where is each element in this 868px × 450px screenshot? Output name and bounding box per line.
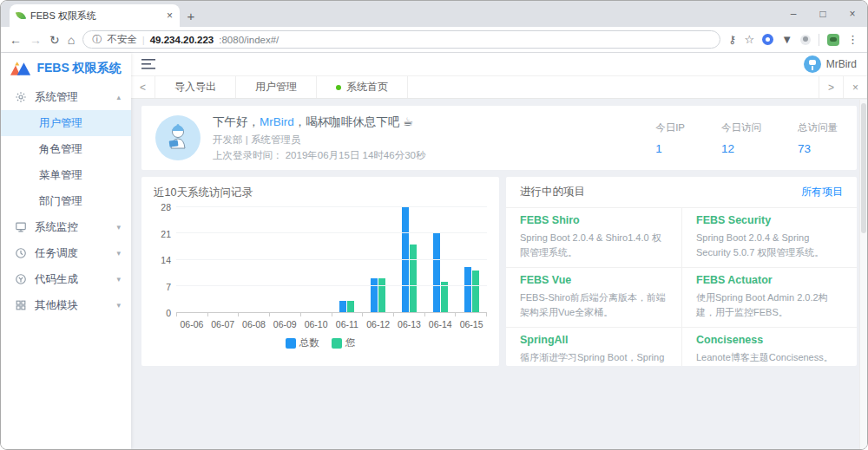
page-scrollbar[interactable] [859, 100, 867, 449]
project-name-link[interactable]: FEBS Actuator [696, 274, 843, 286]
chart-category-slot [239, 207, 270, 312]
tabs-next-button[interactable]: > [819, 76, 843, 98]
tab-system-home[interactable]: 系统首页 [317, 76, 408, 98]
bookmark-star-icon[interactable]: ☆ [744, 33, 754, 46]
info-icon[interactable]: ⓘ [92, 33, 102, 46]
chart-tickrow [176, 313, 487, 316]
chart-bar-您 [347, 301, 354, 312]
forward-icon[interactable]: → [30, 33, 42, 47]
greeting-username: MrBird [260, 115, 294, 128]
project-name-link[interactable]: FEBS Shiro [520, 214, 667, 226]
tab-user-management[interactable]: 用户管理 [236, 76, 317, 98]
stats-row: 今日IP 1 今日访问 12 总访问量 73 [655, 121, 838, 155]
app-logo-text: FEBS 权限系统 [36, 61, 121, 76]
browser-tabstrip: FEBS 权限系统 × + – □ × [1, 1, 867, 27]
extension-frog-icon[interactable] [827, 34, 839, 46]
stat-today-visits: 今日访问 12 [721, 121, 761, 155]
sidebar-item-code-generate[interactable]: 代码生成 ▾ [1, 266, 131, 292]
tabs-close-button[interactable]: × [843, 76, 867, 98]
tab-close-icon[interactable]: × [167, 10, 173, 22]
sidebar-item-system-management[interactable]: 系统管理 ▴ [1, 84, 131, 110]
chevron-down-icon: ▾ [116, 249, 121, 258]
all-projects-link[interactable]: 所有项目 [801, 185, 843, 199]
browser-tab[interactable]: FEBS 权限系统 × [10, 4, 180, 27]
stat-value: 1 [655, 142, 685, 155]
browser-menu-icon[interactable]: ⋮ [847, 33, 858, 46]
browser-tab-title: FEBS 权限系统 [30, 10, 161, 23]
chart-xaxis: 06-0606-0706-0806-0906-1006-1106-1206-13… [176, 319, 487, 329]
sidebar-item-user-management[interactable]: 用户管理 [1, 110, 131, 136]
project-name-link[interactable]: SpringAll [520, 334, 667, 346]
project-name-link[interactable]: Conciseness [696, 334, 843, 346]
axis-tick [332, 313, 364, 316]
y-axis-tick-label: 7 [166, 282, 171, 292]
sidebar-item-other-modules[interactable]: 其他模块 ▾ [1, 292, 131, 318]
axis-tick [456, 313, 487, 316]
legend-item-您[interactable]: 您 [332, 336, 356, 349]
chart-category-slot [269, 207, 300, 312]
tabbar-spacer [408, 76, 819, 98]
collapse-menu-icon[interactable] [141, 59, 155, 69]
y-axis-tick-label: 0 [166, 308, 171, 318]
stat-total-visits: 总访问量 73 [798, 121, 838, 155]
tampermonkey-icon[interactable]: ▼ [781, 33, 792, 46]
x-axis-tick-label: 06-14 [424, 319, 456, 329]
legend-label: 您 [345, 336, 356, 349]
stat-today-ip: 今日IP 1 [655, 121, 685, 155]
project-desc: Spring Boot 2.0.4 & Spring Security 5.0.… [696, 231, 843, 259]
tabs-prev-button[interactable]: < [131, 76, 155, 98]
tab-import-export[interactable]: 导入导出 [155, 76, 236, 98]
axis-tick [208, 313, 240, 316]
y-axis-tick-label: 14 [161, 255, 171, 265]
axis-tick [270, 313, 301, 316]
chevron-down-icon: ▾ [116, 301, 121, 310]
browser-addressbar: ← → ↻ ⌂ ⓘ 不安全 | 49.234.20.223 :8080/inde… [1, 27, 867, 53]
username: MrBird [826, 58, 857, 70]
axis-tick [394, 313, 425, 316]
sidebar-item-system-monitor[interactable]: 系统监控 ▾ [1, 214, 131, 240]
project-name-link[interactable]: FEBS Security [696, 214, 843, 226]
sidebar-item-menu-management[interactable]: 菜单管理 [1, 162, 131, 188]
project-cell: SpringAll 循序渐进学习Spring Boot，Spring Cloud… [506, 328, 681, 366]
minimize-button[interactable]: – [779, 8, 808, 20]
sidebar-item-label: 系统管理 [35, 90, 78, 105]
project-name-link[interactable]: FEBS Vue [520, 274, 667, 286]
sidebar-item-task-schedule[interactable]: 任务调度 ▾ [1, 240, 131, 266]
legend-swatch [332, 338, 342, 349]
profile-icon[interactable] [800, 35, 811, 45]
home-icon[interactable]: ⌂ [68, 33, 75, 47]
sidebar-item-dept-management[interactable]: 部门管理 [1, 188, 131, 214]
close-button[interactable]: × [838, 8, 867, 20]
url-divider: | [142, 35, 145, 45]
chevron-down-icon: ▾ [116, 223, 121, 232]
legend-item-总数[interactable]: 总数 [286, 336, 319, 349]
favicon-leaf-icon [16, 10, 26, 21]
chart-body: 07142128 [154, 207, 487, 313]
y-axis-tick-label: 28 [161, 202, 171, 212]
scrollbar-thumb[interactable] [861, 103, 866, 233]
back-icon[interactable]: ← [10, 33, 22, 47]
chart-category-slot [424, 207, 456, 312]
projects-card: 进行中的项目 所有项目 FEBS Shiro Spring Boot 2.0.4… [506, 177, 857, 366]
x-axis-tick-label: 06-06 [176, 319, 207, 329]
cartoon-person-laptop-icon [162, 122, 194, 153]
extension-blue-icon[interactable] [762, 34, 773, 45]
greeting-prefix: 下午好， [213, 115, 260, 128]
url-input[interactable]: ⓘ 不安全 | 49.234.20.223 :8080/index#/ [82, 30, 720, 49]
tab-label: 用户管理 [255, 80, 297, 95]
reload-icon[interactable]: ↻ [49, 33, 60, 47]
welcome-card: 下午好，MrBird，喝杯咖啡休息下吧 ☕ 开发部 | 系统管理员 上次登录时间… [141, 106, 857, 170]
code-branch-icon [15, 273, 27, 285]
app-shell: FEBS 权限系统 系统管理 ▴ 用户管理 角色管理 菜单管理 部门管理 系统监… [1, 53, 867, 449]
new-tab-button[interactable]: + [180, 4, 202, 27]
x-axis-tick-label: 06-10 [300, 319, 332, 329]
user-chip[interactable]: MrBird [804, 55, 857, 73]
key-icon[interactable]: ⚷ [728, 33, 737, 46]
visits-chart-card: 近10天系统访问记录 07142128 06-0606-0706-0806-09… [141, 177, 499, 366]
chevron-up-icon: ▴ [116, 93, 121, 101]
maximize-button[interactable]: □ [808, 8, 838, 20]
stat-value: 12 [721, 142, 761, 155]
sidebar-item-role-management[interactable]: 角色管理 [1, 136, 131, 162]
active-dot-icon [336, 85, 341, 90]
chart-category-slot [394, 207, 425, 312]
